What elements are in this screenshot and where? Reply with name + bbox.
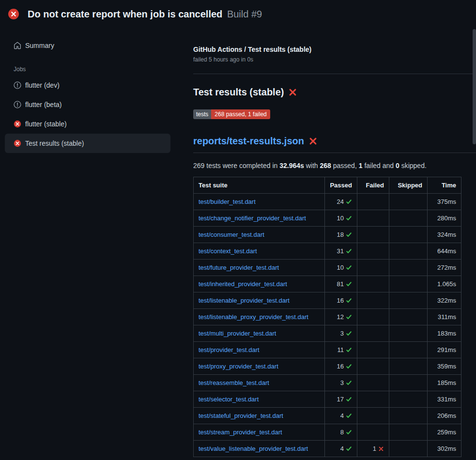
passed-count: 24 bbox=[337, 198, 344, 205]
column-header-test-suite: Test suite bbox=[194, 177, 325, 194]
passed-count: 4 bbox=[340, 445, 344, 452]
job-label: flutter (stable) bbox=[25, 120, 67, 128]
passed-cell: 8 bbox=[325, 424, 357, 441]
passed-count: 31 bbox=[337, 247, 344, 255]
summary-value: 268 bbox=[320, 162, 331, 169]
failed-count: 1 bbox=[373, 445, 376, 452]
passed-count: 18 bbox=[337, 231, 344, 238]
passed-cell: 10 bbox=[325, 260, 357, 276]
skipped-cell bbox=[389, 276, 428, 292]
suite-link[interactable]: test/consumer_test.dart bbox=[199, 231, 264, 238]
column-header-failed: Failed bbox=[357, 177, 389, 194]
passed-cell: 10 bbox=[325, 210, 357, 227]
tests-badge: tests 268 passed, 1 failed bbox=[193, 109, 270, 119]
passed-count: 16 bbox=[337, 363, 344, 370]
suite-link[interactable]: test/listenable_provider_test.dart bbox=[199, 297, 290, 304]
failed-cell bbox=[357, 276, 389, 292]
suite-link[interactable]: test/stateful_provider_test.dart bbox=[199, 412, 283, 419]
passed-cell: 12 bbox=[325, 309, 357, 325]
result-row: test/builder_test.dart24375ms bbox=[194, 194, 461, 210]
suite-link[interactable]: test/context_test.dart bbox=[199, 247, 257, 255]
failed-x-icon bbox=[289, 88, 297, 96]
check-icon bbox=[346, 363, 352, 369]
page-title: Do not create report when job is cancell… bbox=[28, 9, 262, 20]
result-row: test/selector_test.dart17331ms bbox=[194, 391, 461, 408]
suite-link[interactable]: test/selector_test.dart bbox=[199, 396, 259, 403]
skipped-cell bbox=[389, 408, 428, 424]
failed-icon bbox=[14, 120, 21, 128]
failed-cell bbox=[357, 210, 389, 227]
failed-cell: 1 bbox=[357, 441, 389, 457]
check-icon bbox=[346, 297, 352, 304]
result-row: test/multi_provider_test.dart3183ms bbox=[194, 325, 461, 342]
suite-cell: test/builder_test.dart bbox=[194, 194, 325, 210]
time-cell: 302ms bbox=[428, 441, 461, 457]
suite-link[interactable]: test/inherited_provider_test.dart bbox=[199, 280, 287, 288]
passed-count: 10 bbox=[337, 264, 344, 271]
job-label: flutter (beta) bbox=[25, 101, 61, 108]
skipped-cell bbox=[389, 342, 428, 358]
suite-link[interactable]: test/listenable_proxy_provider_test.dart bbox=[199, 313, 308, 321]
suite-link[interactable]: test/provider_test.dart bbox=[199, 346, 260, 353]
skipped-cell bbox=[389, 358, 428, 375]
suite-link[interactable]: test/value_listenable_provider_test.dart bbox=[199, 445, 308, 452]
badge-label: tests bbox=[193, 109, 211, 119]
suite-cell: test/stateful_provider_test.dart bbox=[194, 408, 325, 424]
jobs-section-heading: Jobs bbox=[14, 66, 175, 73]
check-icon bbox=[346, 199, 352, 205]
job-label: flutter (dev) bbox=[25, 81, 60, 89]
passed-count: 3 bbox=[340, 379, 344, 386]
passed-cell: 11 bbox=[325, 342, 357, 358]
passed-count: 8 bbox=[340, 429, 344, 436]
sidebar-item-flutter-beta[interactable]: flutter (beta) bbox=[5, 95, 170, 114]
failed-cell bbox=[357, 424, 389, 441]
skipped-cell bbox=[389, 210, 428, 227]
result-row: test/listenable_provider_test.dart16322m… bbox=[194, 292, 461, 309]
sidebar-item-test-results-stable[interactable]: Test results (stable) bbox=[5, 134, 170, 153]
suite-cell: test/reassemble_test.dart bbox=[194, 375, 325, 391]
summary-text: passed, bbox=[331, 162, 359, 169]
report-link[interactable]: reports/test-results.json bbox=[193, 136, 304, 147]
summary-text: with bbox=[304, 162, 320, 169]
run-title-text: Do not create report when job is cancell… bbox=[28, 9, 222, 19]
scrollbar-thumb[interactable] bbox=[473, 29, 476, 144]
suite-link[interactable]: test/proxy_provider_test.dart bbox=[199, 363, 278, 370]
time-cell: 322ms bbox=[428, 292, 461, 309]
skipped-cell bbox=[389, 260, 428, 276]
suite-link[interactable]: test/change_notifier_provider_test.dart bbox=[199, 215, 306, 222]
check-icon bbox=[346, 231, 352, 238]
check-icon bbox=[346, 396, 352, 402]
time-cell: 291ms bbox=[428, 342, 461, 358]
passed-cell: 16 bbox=[325, 292, 357, 309]
check-icon bbox=[346, 330, 352, 337]
neutral-icon bbox=[14, 101, 21, 108]
check-icon bbox=[346, 264, 352, 271]
main-content: GitHub Actions / Test results (stable) f… bbox=[175, 28, 476, 457]
result-row: test/reassemble_test.dart3185ms bbox=[194, 375, 461, 391]
passed-cell: 3 bbox=[325, 375, 357, 391]
passed-cell: 17 bbox=[325, 391, 357, 408]
sidebar-item-flutter-dev[interactable]: flutter (dev) bbox=[5, 76, 170, 95]
suite-link[interactable]: test/future_provider_test.dart bbox=[199, 264, 279, 271]
suite-cell: test/proxy_provider_test.dart bbox=[194, 358, 325, 375]
passed-cell: 16 bbox=[325, 358, 357, 375]
home-icon bbox=[14, 42, 21, 49]
jobs-list: flutter (dev)flutter (beta)flutter (stab… bbox=[0, 76, 175, 153]
sidebar-item-summary[interactable]: Summary bbox=[5, 36, 170, 55]
suite-cell: test/context_test.dart bbox=[194, 243, 325, 260]
suite-link[interactable]: test/builder_test.dart bbox=[199, 198, 256, 205]
divider bbox=[193, 74, 476, 74]
result-row: test/provider_test.dart11291ms bbox=[194, 342, 461, 358]
check-icon bbox=[346, 445, 352, 452]
failed-x-icon bbox=[309, 137, 317, 145]
suite-link[interactable]: test/stream_provider_test.dart bbox=[199, 429, 282, 436]
skipped-cell bbox=[389, 391, 428, 408]
failed-cell bbox=[357, 227, 389, 243]
section-title: Test results (stable) bbox=[193, 87, 476, 98]
time-cell: 183ms bbox=[428, 325, 461, 342]
skipped-cell bbox=[389, 325, 428, 342]
suite-link[interactable]: test/multi_provider_test.dart bbox=[199, 330, 276, 337]
suite-link[interactable]: test/reassemble_test.dart bbox=[199, 379, 269, 386]
sidebar-item-flutter-stable[interactable]: flutter (stable) bbox=[5, 114, 170, 134]
build-number: Build #9 bbox=[227, 9, 262, 19]
